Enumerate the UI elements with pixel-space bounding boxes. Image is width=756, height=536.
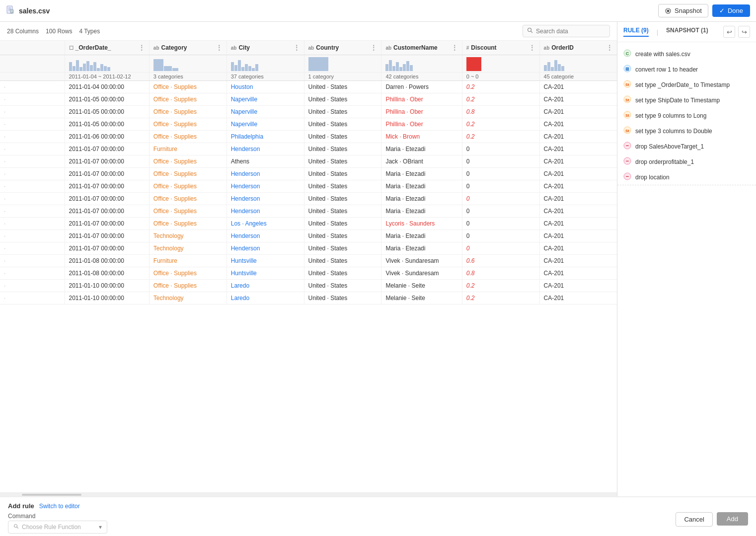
table-row: · 2011-01-05 00:00:00 Office · Supplies … — [0, 93, 617, 106]
cell-customer: Maria · Etezadi — [381, 230, 462, 242]
rule-icon: − — [623, 142, 631, 151]
cell-customer: Lycoris · Saunders — [381, 218, 462, 230]
redo-button[interactable]: ↪ — [738, 26, 750, 38]
main-layout: 28 Columns 100 Rows 4 Types — [0, 22, 756, 496]
add-rule-area: Add rule Switch to editor Command Choose… — [8, 502, 107, 534]
range-orderdate: 2011-01-04 ~ 2011-02-12 — [65, 73, 149, 81]
rule-icon: C — [623, 49, 631, 59]
cell-discount: 0 — [462, 143, 539, 155]
rule-icon: ⊞ — [623, 65, 631, 74]
search-box[interactable] — [523, 25, 610, 37]
col-menu-discount[interactable]: ⋮ — [529, 44, 535, 52]
row-dot: · — [0, 242, 65, 255]
col-menu-city[interactable]: ⋮ — [293, 44, 300, 52]
scrollbar-thumb[interactable] — [22, 494, 81, 496]
choose-function-select[interactable]: Choose Rule Function ▾ — [8, 521, 107, 534]
tab-rule[interactable]: RULE (9) — [623, 27, 649, 37]
cell-date: 2011-01-10 00:00:00 — [65, 292, 149, 305]
done-button[interactable]: ✓ Done — [712, 4, 750, 17]
table-container[interactable]: ☐_OrderDate_ ⋮ abCategory ⋮ — [0, 41, 617, 492]
types-count: 4 Types — [79, 28, 100, 35]
cell-category: Office · Supplies — [149, 193, 227, 205]
rule-text: convert row 1 to header — [635, 66, 698, 73]
undo-button[interactable]: ↩ — [723, 26, 735, 38]
rule-item[interactable]: ⊞ convert row 1 to header — [617, 62, 756, 77]
cell-orderid: CA-201 — [539, 131, 617, 143]
search-icon-small — [13, 524, 19, 531]
svg-text:St: St — [625, 129, 629, 133]
col-menu-orderid[interactable]: ⋮ — [606, 44, 613, 52]
col-header-city: abCity ⋮ — [227, 41, 304, 55]
cell-country: United · States — [304, 267, 381, 280]
cell-discount: 0.2 — [462, 280, 539, 292]
cell-customer: Phillina · Ober — [381, 118, 462, 131]
cell-category: Office · Supplies — [149, 155, 227, 168]
col-menu-orderdate[interactable]: ⋮ — [138, 44, 145, 52]
cell-discount: 0 — [462, 193, 539, 205]
row-dot: · — [0, 193, 65, 205]
col-menu-category[interactable]: ⋮ — [216, 44, 223, 52]
horizontal-scrollbar[interactable] — [0, 492, 617, 496]
cell-country: United · States — [304, 93, 381, 106]
cell-customer: Mick · Brown — [381, 131, 462, 143]
cell-discount: 0.2 — [462, 81, 539, 93]
add-button[interactable]: Add — [717, 512, 748, 526]
hist-customername — [381, 55, 462, 73]
cell-customer: Vivek · Sundaresam — [381, 267, 462, 280]
cancel-button[interactable]: Cancel — [676, 512, 712, 527]
cell-country: United · States — [304, 205, 381, 218]
rule-text: set type 9 columns to Long — [635, 112, 706, 119]
dropdown-arrow-icon: ▾ — [99, 524, 102, 531]
cell-orderid: CA-201 — [539, 205, 617, 218]
cell-orderid: CA-201 — [539, 93, 617, 106]
rule-item[interactable]: St set type 3 columns to Double — [617, 123, 756, 139]
tab-snapshot[interactable]: SNAPSHOT (1) — [666, 27, 708, 37]
range-discount: 0 ~ 0 — [462, 73, 539, 81]
cell-date: 2011-01-06 00:00:00 — [65, 131, 149, 143]
search-input[interactable] — [536, 28, 605, 35]
rule-text: create with sales.csv — [635, 51, 690, 58]
rule-item[interactable]: − drop SalesAboveTarget_1 — [617, 139, 756, 154]
cell-customer: Vivek · Sundaresam — [381, 255, 462, 267]
rule-icon: St — [623, 111, 631, 120]
rule-item[interactable]: St set type ShipDate to Timestamp — [617, 92, 756, 108]
cell-country: United · States — [304, 255, 381, 267]
cell-country: United · States — [304, 118, 381, 131]
rule-item[interactable]: − drop location — [617, 169, 756, 185]
cell-customer: Phillina · Ober — [381, 106, 462, 118]
row-dot: · — [0, 143, 65, 155]
cell-category: Office · Supplies — [149, 180, 227, 193]
table-row: · 2011-01-08 00:00:00 Office · Supplies … — [0, 267, 617, 280]
rule-item[interactable]: C create with sales.csv — [617, 46, 756, 62]
cell-orderid: CA-201 — [539, 106, 617, 118]
cell-city: Houston — [227, 81, 304, 93]
histogram-row — [0, 55, 617, 73]
cell-date: 2011-01-07 00:00:00 — [65, 193, 149, 205]
svg-text:St: St — [625, 98, 629, 102]
col-menu-country[interactable]: ⋮ — [370, 44, 377, 52]
rule-item[interactable]: − drop orderprofitable_1 — [617, 154, 756, 169]
cell-date: 2011-01-05 00:00:00 — [65, 118, 149, 131]
row-dot: · — [0, 218, 65, 230]
rule-item[interactable]: St set type _OrderDate_ to Timestamp — [617, 77, 756, 92]
rule-text: drop orderprofitable_1 — [635, 158, 694, 165]
cell-customer: Jack · OBriant — [381, 155, 462, 168]
snapshot-button[interactable]: Snapshot — [658, 4, 708, 17]
rule-icon: St — [623, 95, 631, 105]
cell-city: Naperville — [227, 106, 304, 118]
svg-point-9 — [667, 9, 669, 12]
switch-editor-link[interactable]: Switch to editor — [39, 503, 80, 510]
rule-icon: St — [623, 126, 631, 136]
range-country: 1 category — [304, 73, 381, 81]
rule-item[interactable]: St set type 9 columns to Long — [617, 108, 756, 123]
row-dot: · — [0, 81, 65, 93]
cell-discount: 0.8 — [462, 267, 539, 280]
cell-date: 2011-01-10 00:00:00 — [65, 280, 149, 292]
col-menu-customername[interactable]: ⋮ — [451, 44, 458, 52]
cell-category: Office · Supplies — [149, 131, 227, 143]
search-icon — [527, 27, 533, 35]
cell-discount: 0.2 — [462, 131, 539, 143]
cell-category: Furniture — [149, 255, 227, 267]
row-dot: · — [0, 280, 65, 292]
row-dot: · — [0, 267, 65, 280]
